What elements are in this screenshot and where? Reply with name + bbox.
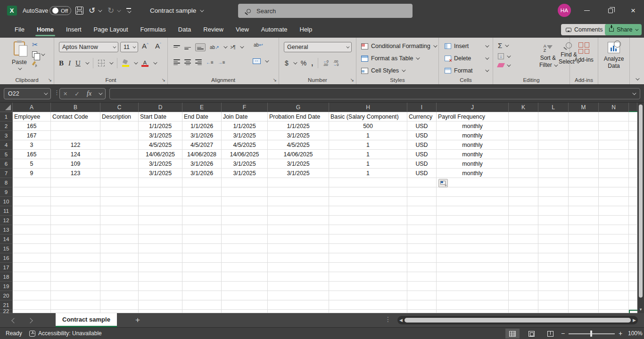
- grid-cell[interactable]: [139, 225, 182, 234]
- grid-cell[interactable]: [13, 253, 51, 263]
- scroll-left-arrow[interactable]: ◀: [399, 318, 403, 323]
- grid-cell[interactable]: [51, 197, 100, 206]
- grid-cell[interactable]: [182, 291, 222, 300]
- redo-button[interactable]: ↻: [107, 0, 120, 21]
- grid-cell[interactable]: [629, 150, 637, 159]
- row-header-3[interactable]: 3: [0, 131, 13, 140]
- quick-access-toolbar-button[interactable]: [126, 0, 131, 21]
- grid-cell[interactable]: 500: [329, 121, 407, 131]
- grid-cell[interactable]: [437, 225, 509, 234]
- grid-cell[interactable]: [569, 225, 599, 234]
- comma-style-button[interactable]: ,: [311, 59, 313, 67]
- grid-cell[interactable]: [100, 244, 139, 253]
- grid-cell[interactable]: [100, 234, 139, 244]
- grid-cell[interactable]: [268, 234, 329, 244]
- grid-cell[interactable]: [569, 150, 599, 159]
- column-header-c[interactable]: C: [100, 103, 139, 112]
- grid-cell[interactable]: [569, 131, 599, 140]
- grid-cell[interactable]: [51, 121, 100, 131]
- grid-cell[interactable]: [509, 159, 538, 169]
- grid-cell[interactable]: 3/1/2025: [139, 131, 182, 140]
- row-header-16[interactable]: 16: [0, 253, 13, 263]
- grid-cell[interactable]: [182, 206, 222, 216]
- grid-cell[interactable]: [13, 310, 51, 313]
- grid-cell[interactable]: [538, 121, 569, 131]
- grid-cell[interactable]: 1/1/2025: [222, 121, 268, 131]
- orientation-button[interactable]: ab↗: [210, 45, 219, 50]
- grid-cell[interactable]: [51, 178, 100, 187]
- increase-decimal-button[interactable]: ←0.00: [323, 60, 329, 66]
- number-dialog-launcher[interactable]: ↘: [350, 77, 354, 82]
- grid-cell[interactable]: [629, 178, 637, 187]
- decrease-indent-button[interactable]: ←≡: [206, 60, 214, 65]
- select-all-corner[interactable]: [0, 103, 13, 112]
- text-direction-button[interactable]: >¶: [231, 45, 236, 50]
- grid-cell[interactable]: [509, 253, 538, 263]
- grid-cell[interactable]: [538, 112, 569, 121]
- insert-cells-button[interactable]: Insert: [445, 43, 488, 49]
- grid-cell[interactable]: [222, 291, 268, 300]
- grid-cell[interactable]: [509, 300, 538, 310]
- scroll-down-arrow[interactable]: ▼: [639, 307, 643, 312]
- name-box[interactable]: O22: [4, 88, 51, 99]
- italic-button[interactable]: I: [68, 59, 71, 67]
- grid-cell[interactable]: [51, 282, 100, 291]
- grid-cell[interactable]: [51, 131, 100, 140]
- collapse-ribbon-button[interactable]: [636, 76, 639, 80]
- grid-cell[interactable]: [268, 272, 329, 282]
- grid-cell[interactable]: [100, 253, 139, 263]
- grid-cell[interactable]: [139, 300, 182, 310]
- grid-cell[interactable]: [538, 159, 569, 169]
- grid-cell[interactable]: 165: [13, 150, 51, 159]
- grid-cell[interactable]: [13, 178, 51, 187]
- grid-cell[interactable]: 14/06/2025: [139, 150, 182, 159]
- grid-cell[interactable]: [569, 206, 599, 216]
- grid-cell[interactable]: USD: [407, 121, 437, 131]
- grid-cell[interactable]: [139, 310, 182, 313]
- grid-cell[interactable]: [538, 206, 569, 216]
- grid-cell[interactable]: [13, 272, 51, 282]
- vertical-scrollbar-thumb[interactable]: [639, 105, 643, 298]
- row-header-12[interactable]: 12: [0, 216, 13, 225]
- grid-cell[interactable]: [509, 263, 538, 272]
- grid-cell[interactable]: [599, 140, 629, 150]
- cancel-button[interactable]: ×: [64, 90, 67, 97]
- grid-cell[interactable]: [569, 282, 599, 291]
- borders-button[interactable]: [98, 60, 105, 66]
- grid-cell[interactable]: [407, 272, 437, 282]
- grid-cell[interactable]: 3/1/2026: [182, 159, 222, 169]
- column-header-n[interactable]: N: [599, 103, 629, 112]
- grid-cell[interactable]: [629, 159, 637, 169]
- grid-cell[interactable]: [629, 253, 637, 263]
- grid-cell[interactable]: [268, 206, 329, 216]
- grid-cell[interactable]: [599, 150, 629, 159]
- decrease-decimal-button[interactable]: .00→0: [333, 60, 339, 66]
- grid-cell[interactable]: [629, 244, 637, 253]
- grid-cell[interactable]: [182, 310, 222, 313]
- grid-cell[interactable]: [538, 169, 569, 178]
- grid-cell[interactable]: [51, 291, 100, 300]
- ribbon-tab-page-layout[interactable]: Page Layout: [88, 21, 134, 38]
- grid-cell[interactable]: [13, 197, 51, 206]
- grid-cell[interactable]: [629, 234, 637, 244]
- grid-cell[interactable]: [599, 159, 629, 169]
- grid-cell[interactable]: [182, 263, 222, 272]
- row-header-18[interactable]: 18: [0, 272, 13, 282]
- grid-cell[interactable]: [437, 263, 509, 272]
- grid-cell[interactable]: [100, 206, 139, 216]
- grid-cell[interactable]: [13, 234, 51, 244]
- grid-cell[interactable]: [569, 272, 599, 282]
- grid-cell[interactable]: [437, 272, 509, 282]
- grid-cell[interactable]: [329, 244, 407, 253]
- grid-cell[interactable]: [13, 291, 51, 300]
- grid-cell[interactable]: [222, 300, 268, 310]
- grid-cell[interactable]: Description: [100, 112, 139, 121]
- grid-cell[interactable]: [509, 131, 538, 140]
- column-header-m[interactable]: M: [569, 103, 599, 112]
- column-header-d[interactable]: D: [139, 103, 182, 112]
- ribbon-tab-data[interactable]: Data: [172, 21, 197, 38]
- grid-cell[interactable]: [569, 178, 599, 187]
- row-header-13[interactable]: 13: [0, 225, 13, 234]
- grid-cell[interactable]: 1: [329, 159, 407, 169]
- grid-cell[interactable]: 1/1/2025: [139, 121, 182, 131]
